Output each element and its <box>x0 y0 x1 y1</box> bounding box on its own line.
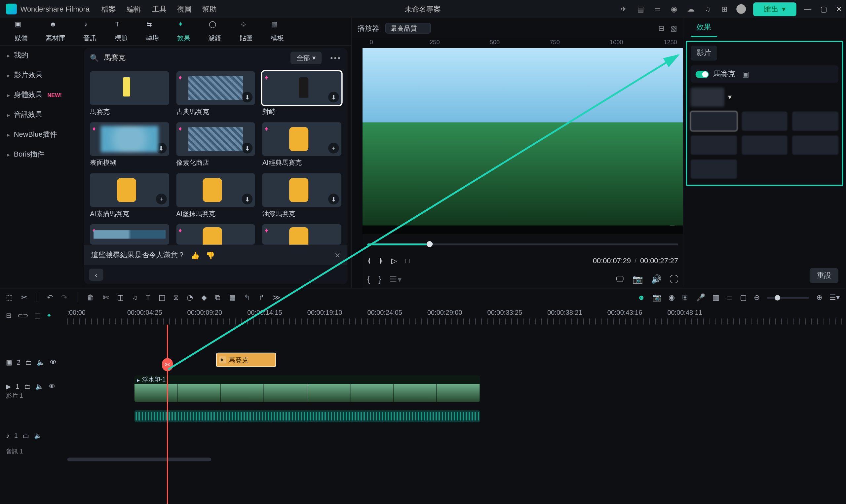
download-icon[interactable]: ⬇ <box>156 143 167 154</box>
target-icon[interactable]: ▣ <box>742 70 749 78</box>
cloud-icon[interactable]: ☁ <box>686 4 695 14</box>
download-icon[interactable]: ⬇ <box>242 194 253 205</box>
fullscreen-icon[interactable]: ⛶ <box>670 274 678 284</box>
effect-item[interactable]: ♦⬇古典馬賽克 <box>176 71 255 116</box>
preset-5[interactable] <box>742 136 788 155</box>
add-icon[interactable]: ＋ <box>328 143 339 154</box>
add-icon[interactable]: ＋ <box>156 194 167 205</box>
tl-icon-3[interactable]: ▥ <box>34 311 40 319</box>
effect-item[interactable]: 馬賽克 <box>90 71 169 116</box>
split-button[interactable]: ✄ <box>103 293 109 302</box>
group-button[interactable]: ▦ <box>229 293 236 302</box>
effect-item[interactable]: ♦⬇表面模糊 <box>90 122 169 167</box>
menu-file[interactable]: 檔案 <box>102 4 116 14</box>
cat-newblue[interactable]: ▸NewBlue插件 <box>0 125 83 145</box>
tab-media[interactable]: ▣媒體 <box>15 20 28 42</box>
eye-icon[interactable]: 👁 <box>50 359 56 366</box>
marker2-tool[interactable]: ▢ <box>740 293 746 302</box>
preset-7[interactable] <box>691 160 737 179</box>
tab-stock[interactable]: ☻素材庫 <box>46 20 66 42</box>
zoom-slider[interactable] <box>767 296 809 298</box>
play-button[interactable]: ▷ <box>391 257 396 265</box>
shield-tool[interactable]: ⛨ <box>682 293 689 302</box>
cam-tool[interactable]: 📷 <box>652 293 661 302</box>
cat-my[interactable]: ▸我的 <box>0 46 83 66</box>
export-button[interactable]: 匯出▾ <box>753 2 796 16</box>
zoom-out-button[interactable]: ⊖ <box>754 293 760 302</box>
folder-icon[interactable]: 🗀 <box>24 382 31 390</box>
lasso-tool[interactable]: ✂ <box>21 293 27 302</box>
tl-icon-2[interactable]: ⊂⊃ <box>18 311 29 319</box>
mic-tool[interactable]: 🎤 <box>696 293 705 302</box>
close-icon[interactable]: ✕ <box>334 251 340 259</box>
effect-item[interactable]: ＋AI素描馬賽克 <box>90 174 169 218</box>
download-icon[interactable]: ⬇ <box>328 92 339 103</box>
effect-item[interactable]: ♦ <box>262 224 341 245</box>
effect-thumb[interactable] <box>90 71 169 105</box>
ai-button[interactable]: ☻ <box>637 293 645 302</box>
preset-2[interactable] <box>742 112 788 131</box>
delete-button[interactable]: 🗑 <box>87 293 94 302</box>
zoom-in-button[interactable]: ⊕ <box>816 293 822 302</box>
avatar-icon[interactable] <box>736 4 746 14</box>
tab-template[interactable]: ▦模板 <box>271 20 284 42</box>
effect-item[interactable]: ♦⬇對峙 <box>262 71 341 116</box>
tab-effects[interactable]: ✦效果 <box>177 20 190 42</box>
maximize-button[interactable]: ▢ <box>819 5 828 13</box>
effect-item[interactable]: ♦⬇像素化商店 <box>176 122 255 167</box>
stop-button[interactable]: □ <box>405 257 409 265</box>
effect-item[interactable]: ♦ <box>90 224 169 245</box>
send-icon[interactable]: ✈ <box>619 4 628 14</box>
mute-icon[interactable]: 🔈 <box>34 432 42 439</box>
apps-icon[interactable]: ⊞ <box>719 4 729 14</box>
cat-audio-effects[interactable]: ▸音訊效果 <box>0 105 83 125</box>
view-list-icon[interactable]: ☰▾ <box>829 293 840 302</box>
device-icon[interactable]: ▤ <box>635 4 645 14</box>
tab-title[interactable]: T標題 <box>115 20 128 42</box>
effect-enable-toggle[interactable] <box>695 70 709 78</box>
keyframe-button[interactable]: ◆ <box>201 293 207 302</box>
effect-thumb[interactable]: ♦⬇ <box>262 71 341 105</box>
music-button[interactable]: ♫ <box>132 293 138 302</box>
headphones-icon[interactable]: ♫ <box>703 4 712 14</box>
effect-thumb[interactable]: ♦ <box>176 224 255 245</box>
more-tools[interactable]: ≫ <box>272 293 281 302</box>
folder-icon[interactable]: 🗀 <box>22 432 29 439</box>
volume-icon[interactable]: 🔊 <box>651 274 661 284</box>
more-button[interactable]: ••• <box>331 54 342 62</box>
download-icon[interactable]: ⬇ <box>242 92 253 103</box>
prev-frame-button[interactable]: ⦉ <box>367 257 371 265</box>
brace-close-icon[interactable]: } <box>378 274 381 284</box>
effect-thumb[interactable]: ♦＋ <box>262 122 341 156</box>
tab-filter[interactable]: ◯濾鏡 <box>208 20 222 42</box>
brace-open-icon[interactable]: { <box>367 274 370 284</box>
eye-icon[interactable]: 👁 <box>49 382 55 390</box>
clip-video[interactable]: ▸浮水印-1 <box>135 376 480 402</box>
preset-3[interactable] <box>792 112 839 131</box>
cut-indicator[interactable]: ✄ <box>162 358 173 371</box>
back-button[interactable]: ‹ <box>89 269 103 281</box>
redo-button[interactable]: ↷ <box>61 293 67 302</box>
effect-thumb[interactable]: ♦⬇ <box>176 71 255 105</box>
record-icon[interactable]: ◉ <box>669 4 679 14</box>
effect-item[interactable]: ⬇AI塗抹馬賽克 <box>176 174 255 218</box>
cat-video-effects[interactable]: ▸影片效果 <box>0 66 83 85</box>
subtab-video[interactable]: 影片 <box>691 46 717 60</box>
effect-thumb[interactable]: ＋ <box>90 174 169 207</box>
preset-preview[interactable] <box>691 88 724 107</box>
grid-tool[interactable]: ▥ <box>712 293 719 302</box>
camera-icon[interactable]: 📷 <box>633 274 643 284</box>
timeline-hscroll[interactable] <box>0 456 846 462</box>
thumbs-down-icon[interactable]: 👎 <box>206 251 215 259</box>
rotation-handle[interactable] <box>670 223 675 226</box>
thumbs-up-icon[interactable]: 👍 <box>191 251 199 259</box>
filter-dropdown[interactable]: 全部▾ <box>291 52 322 64</box>
effect-item[interactable]: ⬇油漆馬賽克 <box>262 174 341 218</box>
search-input[interactable] <box>104 54 286 62</box>
reset-button[interactable]: 重設 <box>810 268 839 283</box>
playhead[interactable] <box>167 324 168 504</box>
cat-boris[interactable]: ▸Boris插件 <box>0 145 83 164</box>
fwd-tool[interactable]: ↱ <box>259 293 264 302</box>
preset-1[interactable] <box>691 112 737 131</box>
close-button[interactable]: ✕ <box>835 5 843 13</box>
